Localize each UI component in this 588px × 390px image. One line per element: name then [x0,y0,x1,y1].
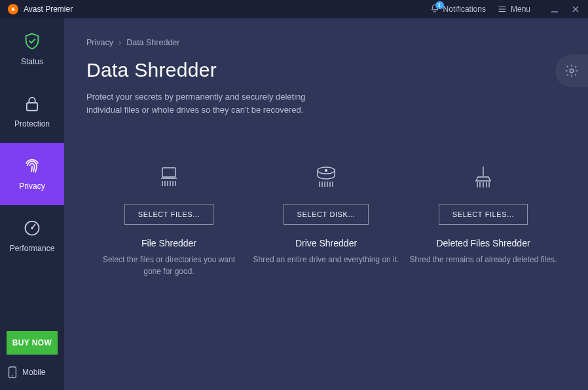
titlebar-right: 1 Notifications Menu [430,4,580,15]
page-title: Data Shredder [86,59,566,81]
sidebar-item-label: Privacy [19,182,45,191]
sidebar-item-label: Performance [10,244,55,253]
card-desc: Select the files or directories you want… [90,254,248,277]
gear-icon [564,64,579,78]
settings-button[interactable] [555,54,588,87]
card-file-shredder: SELECT FILES... File Shredder Select the… [90,162,248,277]
sidebar-item-label: Protection [14,119,50,128]
app-body: Status Protection Privacy Performance BU… [0,18,588,390]
card-desc: Shred an entire drive and everything on … [249,254,403,265]
mobile-icon [8,366,17,378]
svg-point-2 [31,227,33,229]
menu-label: Menu [511,5,530,14]
drive-shredder-icon [313,162,339,192]
select-disk-button[interactable]: SELECT DISK... [284,204,369,225]
mobile-label: Mobile [22,368,45,377]
notifications-badge: 1 [435,1,444,9]
card-deleted-files-shredder: SELECT FILES... Deleted Files Shredder S… [405,162,562,277]
card-desc: Shred the remains of already deleted fil… [406,254,561,265]
svg-rect-0 [27,103,37,111]
breadcrumb-parent[interactable]: Privacy [86,38,113,47]
shield-check-icon [23,32,41,50]
buy-now-button[interactable]: BUY NOW [7,331,58,355]
page-description: Protect your secrets by permanently and … [86,90,335,116]
sidebar-item-label: Status [21,57,43,66]
titlebar: Avast Premier 1 Notifications Menu [0,0,588,18]
notifications-button[interactable]: 1 Notifications [430,4,486,15]
menu-button[interactable]: Menu [498,5,530,14]
select-deleted-files-button[interactable]: SELECT FILES... [439,204,528,225]
sidebar-item-protection[interactable]: Protection [0,81,64,143]
sidebar-item-status[interactable]: Status [0,18,64,81]
mobile-link[interactable]: Mobile [7,364,58,381]
breadcrumb-current: Data Shredder [126,38,179,47]
broom-icon [470,162,496,192]
breadcrumb: Privacy › Data Shredder [86,38,566,47]
main-content: Privacy › Data Shredder Data Shredder Pr… [64,18,588,390]
chevron-right-icon: › [119,38,121,47]
gauge-icon [23,219,41,237]
sidebar: Status Protection Privacy Performance BU… [0,18,64,390]
lock-icon [23,94,41,113]
file-shredder-icon [156,162,182,192]
window-controls [550,5,580,14]
svg-point-8 [325,170,327,172]
avast-logo [8,4,18,14]
select-files-button[interactable]: SELECT FILES... [124,204,213,225]
svg-point-5 [570,69,574,73]
hamburger-icon [498,5,507,14]
sidebar-item-performance[interactable]: Performance [0,205,64,267]
app-title: Avast Premier [24,5,73,14]
card-title: Deleted Files Shredder [436,238,530,248]
shredder-cards: SELECT FILES... File Shredder Select the… [86,162,566,277]
sidebar-bottom: BUY NOW Mobile [0,323,64,390]
card-title: Drive Shredder [295,238,357,248]
fingerprint-icon [23,157,41,175]
minimize-button[interactable] [550,5,559,14]
sidebar-item-privacy[interactable]: Privacy [0,143,64,205]
titlebar-left: Avast Premier [8,4,73,14]
card-drive-shredder: SELECT DISK... Drive Shredder Shred an e… [248,162,405,277]
close-button[interactable] [571,5,580,14]
card-title: File Shredder [141,238,196,248]
notifications-label: Notifications [443,5,486,14]
svg-rect-6 [162,168,175,177]
svg-point-4 [12,376,13,377]
